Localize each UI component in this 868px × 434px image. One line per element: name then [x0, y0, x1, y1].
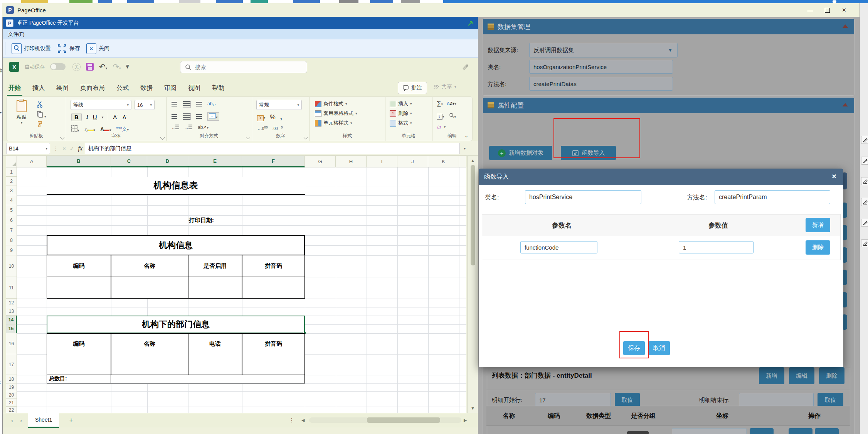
- row-header-16[interactable]: 16: [6, 333, 17, 354]
- minimize-button[interactable]: —: [802, 4, 819, 16]
- increase-decimal-icon[interactable]: ←.000: [257, 125, 268, 131]
- increase-indent-icon[interactable]: →: [185, 124, 192, 131]
- row-header-7[interactable]: 7: [6, 225, 17, 235]
- save-icon[interactable]: [86, 63, 94, 71]
- dataset-class-input[interactable]: [529, 60, 673, 74]
- share-button[interactable]: 共享▾: [433, 83, 456, 90]
- vscroll-thumb[interactable]: [471, 165, 475, 265]
- comments-button[interactable]: 批注: [398, 82, 427, 94]
- detail-end-fetch-button[interactable]: 取值: [818, 393, 843, 407]
- ribbon-tab-视图[interactable]: 视图: [187, 83, 201, 94]
- modal-close-icon[interactable]: ×: [832, 172, 836, 181]
- restore-window-icon[interactable]: [467, 20, 474, 27]
- param-delete-button[interactable]: 删除: [806, 240, 830, 255]
- column-header-B[interactable]: B: [47, 156, 111, 167]
- ribbon-tab-帮助[interactable]: 帮助: [211, 83, 225, 94]
- row-header-19[interactable]: 19: [6, 383, 17, 391]
- cut-icon[interactable]: [37, 101, 44, 109]
- detail-start-input[interactable]: [535, 393, 611, 407]
- edit-pen-icon[interactable]: [861, 177, 868, 185]
- orientation-icon[interactable]: ab↗▾: [198, 125, 209, 130]
- row-header-13[interactable]: 13: [6, 307, 17, 316]
- horizontal-scrollbar[interactable]: [309, 417, 461, 423]
- collapse-ribbon-icon[interactable]: ⌄: [464, 133, 468, 138]
- bold-button[interactable]: B: [71, 113, 82, 121]
- paste-button[interactable]: 粘贴 ▾: [15, 100, 28, 117]
- format-painter-icon[interactable]: [37, 121, 44, 129]
- font-name-select[interactable]: 等线▾: [71, 100, 131, 110]
- row-header-2[interactable]: 2: [6, 177, 17, 186]
- list-edit-button[interactable]: 编辑: [789, 367, 814, 384]
- align-bottom-icon[interactable]: [196, 102, 202, 106]
- row-header-4[interactable]: 4: [6, 195, 17, 205]
- underline-button[interactable]: U: [93, 114, 97, 120]
- add-data-object-button[interactable]: + 新增数据对象: [489, 146, 552, 160]
- font-size-select[interactable]: 16▾: [135, 100, 155, 110]
- row-header-6[interactable]: 6: [6, 215, 17, 225]
- row-delete-button[interactable]: [815, 428, 839, 434]
- row-header-21[interactable]: 21: [6, 399, 17, 407]
- row-header-18[interactable]: 18: [6, 375, 17, 383]
- format-cells-button[interactable]: 格式▾: [390, 120, 412, 127]
- autosum-icon[interactable]: ∑▾: [437, 100, 443, 107]
- search-box[interactable]: [180, 61, 307, 73]
- confirm-entry-icon[interactable]: ✓: [70, 145, 74, 152]
- align-top-icon[interactable]: [172, 102, 177, 106]
- format-as-table-button[interactable]: 套用表格格式▾: [315, 110, 357, 117]
- name-box[interactable]: B14▾: [6, 143, 50, 154]
- phonetic-button[interactable]: wén文▾: [116, 126, 129, 133]
- edit-pen-icon[interactable]: [861, 219, 868, 227]
- row-header-12[interactable]: 12: [6, 299, 17, 307]
- conditional-formatting-button[interactable]: 条件格式▾: [315, 100, 357, 107]
- borders-button[interactable]: ▾: [71, 125, 79, 133]
- copy-icon[interactable]: ▾: [37, 111, 46, 119]
- row-header-11[interactable]: 11: [6, 277, 17, 299]
- param-add-button[interactable]: 新增: [806, 218, 830, 232]
- align-left-icon[interactable]: [172, 114, 177, 119]
- edit-pen-icon[interactable]: [861, 136, 868, 144]
- detail-start-fetch-button[interactable]: 取值: [615, 393, 640, 407]
- column-header-E[interactable]: E: [188, 156, 242, 167]
- po-save-button[interactable]: 保存: [57, 44, 80, 54]
- wrap-text-icon[interactable]: ab↩: [207, 101, 216, 107]
- cell-styles-button[interactable]: 单元格样式▾: [315, 120, 357, 127]
- delete-cells-button[interactable]: ×删除▾: [390, 110, 412, 117]
- modal-cancel-button[interactable]: 取消: [648, 341, 670, 355]
- vscroll-down-icon[interactable]: ▼: [468, 406, 478, 410]
- po-close-button[interactable]: × 关闭: [86, 43, 109, 54]
- comma-style-icon[interactable]: ,: [280, 113, 282, 121]
- insert-cells-button[interactable]: 插入▾: [390, 100, 412, 107]
- find-select-icon[interactable]: ▾: [449, 113, 456, 120]
- number-format-select[interactable]: 常规▾: [256, 100, 302, 110]
- dataset-box-header[interactable]: 数据集管理: [483, 19, 854, 34]
- autosave-toggle[interactable]: [50, 63, 66, 70]
- ribbon-tab-公式[interactable]: 公式: [116, 83, 130, 94]
- vertical-scrollbar[interactable]: ▲ ▼: [467, 156, 478, 413]
- collapse-caret-icon[interactable]: [843, 24, 848, 28]
- ribbon-tab-页面布局[interactable]: 页面布局: [79, 83, 106, 94]
- dataset-source-select[interactable]: 反射调用数据集 ▼: [529, 43, 678, 57]
- shrink-font-button[interactable]: Aˇ: [123, 114, 127, 120]
- row-header-3[interactable]: 3: [6, 186, 17, 195]
- cancel-entry-icon[interactable]: ×: [62, 145, 66, 152]
- param-name-input[interactable]: [520, 241, 597, 253]
- maximize-button[interactable]: [819, 4, 836, 16]
- merge-center-icon[interactable]: ↔▾: [207, 112, 219, 121]
- hscroll-left-icon[interactable]: ◀: [301, 418, 304, 423]
- collapse-caret-icon[interactable]: [843, 103, 848, 106]
- row-edit-button[interactable]: [789, 428, 812, 434]
- align-middle-icon[interactable]: [183, 101, 191, 108]
- decrease-indent-icon[interactable]: ←: [172, 124, 179, 131]
- column-header-I[interactable]: I: [367, 156, 397, 167]
- tabbar-options-icon[interactable]: ⋮: [289, 417, 294, 423]
- hscroll-right-icon[interactable]: ▶: [464, 418, 467, 423]
- row-header-10[interactable]: 10: [6, 255, 17, 277]
- next-sheet-icon[interactable]: ›: [20, 417, 22, 424]
- search-input[interactable]: [194, 64, 291, 71]
- ribbon-tab-开始[interactable]: 开始: [8, 83, 22, 94]
- row-header-5[interactable]: 5: [6, 205, 17, 215]
- row-header-14[interactable]: 14: [6, 316, 17, 324]
- row-header-15[interactable]: 15: [6, 324, 17, 333]
- row-header-20[interactable]: 20: [6, 391, 17, 399]
- column-header-H[interactable]: H: [336, 156, 367, 167]
